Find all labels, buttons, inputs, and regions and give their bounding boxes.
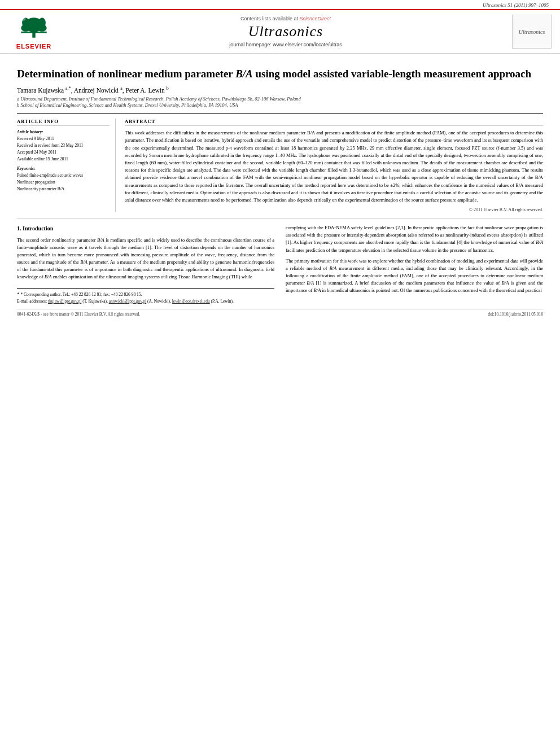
article-title: Determination of nonlinear medium parame…	[17, 67, 543, 81]
journal-homepage: journal homepage: www.elsevier.com/locat…	[229, 42, 342, 47]
svg-rect-4	[32, 32, 35, 38]
main-columns: 1. Introduction The second order nonline…	[17, 224, 543, 304]
main-col-left: 1. Introduction The second order nonline…	[17, 224, 274, 304]
date-available: Available online 15 June 2011	[17, 156, 110, 163]
email1-name: (T. Kujawska),	[82, 299, 108, 304]
authors-line: Tamara Kujawska a,*, Andrzej Nowicki a, …	[17, 86, 543, 94]
email-label: E-mail addresses:	[17, 299, 47, 304]
keywords-list: Pulsed finite-amplitude acoustic waves N…	[17, 172, 110, 193]
sciencedirect-link[interactable]: ScienceDirect	[300, 16, 331, 21]
copyright-line: © 2011 Elsevier B.V. All rights reserved…	[125, 207, 543, 212]
svg-point-7	[21, 16, 25, 20]
section1-heading: 1. Introduction	[17, 224, 274, 233]
article-info-column: ARTICLE INFO Article history: Received 9…	[17, 119, 116, 212]
elsevier-logo: ELSEVIER	[16, 14, 51, 50]
journal-citation: Ultrasonics 51 (2011) 997–1005	[483, 2, 549, 8]
date-received-revised: Received in revised form 23 May 2011	[17, 142, 110, 149]
author-kujawska: Tamara Kujawska a,*, Andrzej Nowicki a, …	[17, 87, 169, 94]
section1-col2-para2: The primary motivation for this work was…	[286, 257, 543, 295]
keyword-3: Nonlinearity parameter B/A	[17, 186, 110, 193]
abstract-text: This work addresses the difficulties in …	[125, 129, 543, 204]
journal-center-header: Contents lists available at ScienceDirec…	[68, 14, 504, 50]
abstract-title: ABSTRACT	[125, 119, 543, 126]
email3: lewin@ece.drexel.edu	[172, 299, 210, 304]
corresponding-author-note: * Corresponding author. Tel.: +48 22 826…	[20, 292, 142, 297]
svg-point-6	[38, 18, 46, 28]
section1-col1-para1: The second order nonlinearity parameter …	[17, 237, 274, 281]
sciencedirect-line: Contents lists available at ScienceDirec…	[240, 16, 331, 21]
journal-header: ELSEVIER Contents lists available at Sci…	[0, 9, 560, 54]
elsevier-label: ELSEVIER	[16, 43, 51, 50]
section-divider	[17, 218, 543, 219]
affiliations: a Ultrasound Department, Institute of Fu…	[17, 96, 543, 110]
affiliation-b: b School of Biomedical Engineering, Scie…	[17, 102, 543, 109]
footnote-emails: E-mail addresses: tkujaw@ippt.gov.pl (T.…	[17, 298, 274, 304]
journal-logo-text: Ultrasonics	[519, 29, 545, 35]
keyword-2: Nonlinear propagation	[17, 179, 110, 186]
keywords-label: Keywords:	[17, 166, 110, 171]
footnote-star: * * Corresponding author. Tel.: +48 22 8…	[17, 291, 274, 299]
main-content: Determination of nonlinear medium parame…	[0, 54, 560, 322]
elsevier-tree-icon	[17, 14, 51, 42]
email3-name: (P.A. Lewin).	[211, 299, 234, 304]
history-label: Article history:	[17, 129, 110, 134]
email1: tkujaw@ippt.gov.pl	[48, 299, 81, 304]
elsevier-branding: ELSEVIER	[6, 14, 62, 50]
journal-info-bar: Ultrasonics 51 (2011) 997–1005	[0, 0, 560, 9]
journal-logo-box: Ultrasonics	[512, 15, 552, 49]
main-col-right: complying with the FDA-NEMA safety level…	[286, 224, 543, 304]
article-info-title: ARTICLE INFO	[17, 119, 110, 126]
abstract-section: ABSTRACT This work addresses the difficu…	[125, 119, 543, 212]
date-received: Received 9 May 2011	[17, 136, 110, 142]
page-footer: 0041-624X/$ - see front matter © 2011 El…	[17, 309, 543, 317]
footer-doi: doi:10.1016/j.ultras.2011.05.016	[488, 312, 543, 317]
affiliation-a: a Ultrasound Department, Institute of Fu…	[17, 96, 543, 103]
sciencedirect-label: Contents lists available at	[240, 16, 298, 21]
date-accepted: Accepted 24 May 2011	[17, 149, 110, 156]
footnotes: * * Corresponding author. Tel.: +48 22 8…	[17, 288, 274, 305]
keyword-1: Pulsed finite-amplitude acoustic waves	[17, 172, 110, 179]
journal-title: Ultrasonics	[248, 23, 323, 40]
section1-col2-para1: complying with the FDA-NEMA safety level…	[286, 224, 543, 254]
star-icon: *	[17, 291, 20, 297]
journal-logo-right: Ultrasonics	[509, 14, 554, 50]
email2: anowicki@ippt.gov.pl	[109, 299, 146, 304]
footer-issn: 0041-624X/$ - see front matter © 2011 El…	[17, 312, 140, 317]
article-body: ARTICLE INFO Article history: Received 9…	[17, 113, 543, 212]
email2-name: (A. Nowicki),	[147, 299, 171, 304]
